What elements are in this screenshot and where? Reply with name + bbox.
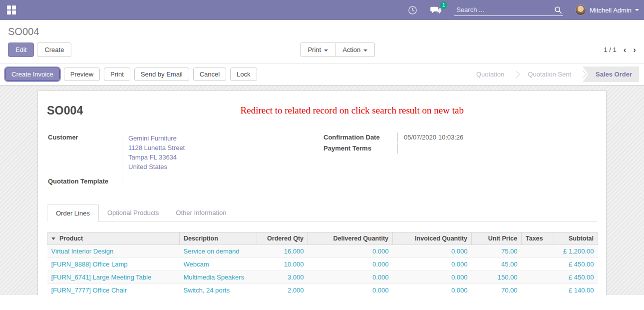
action-dropdown-button[interactable]: Action — [335, 42, 375, 57]
customer-value: Gemini Furniture 1128 Lunetta Street Tam… — [122, 132, 322, 172]
cell-delivered-qty[interactable]: 0.000 — [308, 245, 393, 258]
user-menu[interactable]: Mitchell Admin — [575, 4, 639, 16]
form-sheet: SO004 Redirect to related record on clic… — [37, 90, 607, 295]
activities-clock-icon[interactable] — [408, 6, 417, 15]
message-count-badge: 1 — [440, 2, 447, 9]
cell-invoiced-qty[interactable]: 0.000 — [393, 245, 472, 258]
edit-button[interactable]: Edit — [8, 42, 34, 57]
cell-description[interactable]: Webcam — [180, 258, 257, 271]
breadcrumb[interactable]: SO004 — [8, 26, 636, 38]
lock-button[interactable]: Lock — [230, 68, 257, 81]
col-header-taxes[interactable]: Taxes — [522, 232, 554, 245]
user-name: Mitchell Admin — [590, 6, 632, 14]
top-navbar: 1 Mitchell Admin — [0, 0, 644, 20]
col-header-delivered-qty[interactable]: Delivered Quantity — [308, 232, 393, 245]
print-dropdown-button[interactable]: Print — [300, 42, 335, 57]
tab-order-lines[interactable]: Order Lines — [47, 204, 99, 222]
apps-menu-icon[interactable] — [7, 6, 16, 15]
cell-taxes[interactable] — [522, 258, 554, 271]
chevron-down-icon — [324, 50, 328, 52]
pager-previous-icon[interactable]: ‹ — [624, 46, 627, 54]
cell-unit-price[interactable]: 70.00 — [472, 284, 522, 296]
quotation-template-value — [122, 176, 322, 186]
table-row[interactable]: [FURN_7777] Office Chair Switch, 24 port… — [47, 284, 598, 296]
print-button[interactable]: Print — [104, 68, 130, 81]
confirmation-date-label: Confirmation Date — [322, 132, 397, 142]
status-steps: Quotation Quotation Sent Sales Order — [464, 66, 639, 82]
cell-subtotal[interactable]: £ 1,200.00 — [554, 245, 598, 258]
cell-description[interactable]: Switch, 24 ports — [180, 284, 257, 296]
status-step-sales-order[interactable]: Sales Order — [583, 66, 639, 82]
cell-ordered-qty[interactable]: 3.000 — [257, 271, 308, 284]
col-header-unit-price[interactable]: Unit Price — [472, 232, 522, 245]
cell-taxes[interactable] — [522, 284, 554, 296]
pager-next-icon[interactable]: › — [633, 46, 636, 54]
cell-subtotal[interactable]: £ 450.00 — [554, 258, 598, 271]
cell-description[interactable]: Multimedia Speakers — [180, 271, 257, 284]
cell-invoiced-qty[interactable]: 0.000 — [393, 284, 472, 296]
table-row[interactable]: Virtual Interior Design Service on deman… — [47, 245, 598, 258]
customer-street: 1128 Lunetta Street — [128, 143, 322, 152]
search-input[interactable] — [455, 6, 554, 14]
customer-city: Tampa FL 33634 — [128, 152, 322, 162]
cell-ordered-qty[interactable]: 10.000 — [257, 258, 308, 271]
cell-taxes[interactable] — [522, 271, 554, 284]
record-title: SO004 — [47, 104, 83, 118]
table-row[interactable]: [FURN_6741] Large Meeting Table Multimed… — [47, 271, 598, 284]
cell-delivered-qty[interactable]: 0.000 — [308, 258, 393, 271]
payment-terms-value — [397, 144, 597, 154]
cell-product[interactable]: [FURN_7777] Office Chair — [47, 284, 180, 296]
cell-product[interactable]: [FURN_6741] Large Meeting Table — [47, 271, 180, 284]
col-header-product[interactable]: Product — [47, 232, 180, 245]
cell-ordered-qty[interactable]: 16.000 — [257, 245, 308, 258]
cell-delivered-qty[interactable]: 0.000 — [308, 284, 393, 296]
cancel-button[interactable]: Cancel — [193, 68, 226, 81]
send-by-email-button[interactable]: Send by Email — [134, 68, 189, 81]
cell-invoiced-qty[interactable]: 0.000 — [393, 258, 472, 271]
customer-name-link[interactable]: Gemini Furniture — [128, 134, 322, 143]
cell-product[interactable]: [FURN_8888] Office Lamp — [47, 258, 180, 271]
status-step-quotation-sent[interactable]: Quotation Sent — [516, 66, 583, 82]
pager: 1 / 1 ‹ › — [604, 46, 636, 54]
cell-unit-price[interactable]: 75.00 — [472, 245, 522, 258]
search-icon[interactable] — [554, 6, 562, 14]
cell-unit-price[interactable]: 150.00 — [472, 271, 522, 284]
cell-invoiced-qty[interactable]: 0.000 — [393, 271, 472, 284]
confirmation-date-value: 05/07/2020 10:03:26 — [397, 132, 597, 142]
cell-subtotal[interactable]: £ 450.00 — [554, 271, 598, 284]
create-invoice-button[interactable]: Create Invoice — [5, 68, 60, 81]
user-avatar — [575, 4, 586, 16]
cell-product[interactable]: Virtual Interior Design — [47, 245, 180, 258]
status-step-quotation[interactable]: Quotation — [464, 66, 516, 82]
chevron-down-icon — [635, 9, 639, 11]
tab-other-information[interactable]: Other Information — [167, 204, 235, 222]
col-header-description[interactable]: Description — [180, 232, 257, 245]
control-panel: SO004 Edit Create Print Action 1 / 1 ‹ › — [0, 20, 644, 63]
preview-button[interactable]: Preview — [64, 68, 100, 81]
col-header-subtotal[interactable]: Subtotal — [554, 232, 598, 245]
global-search — [454, 4, 563, 16]
customer-label: Customer — [47, 132, 122, 172]
quotation-template-label: Quotation Template — [47, 176, 122, 186]
payment-terms-label: Payment Terms — [322, 144, 397, 154]
tab-optional-products[interactable]: Optional Products — [99, 204, 167, 222]
cell-unit-price[interactable]: 45.00 — [472, 258, 522, 271]
create-button[interactable]: Create — [37, 42, 71, 57]
order-lines-table: Product Description Ordered Qty Delivere… — [47, 232, 598, 295]
sort-caret-icon — [51, 238, 55, 240]
cell-ordered-qty[interactable]: 2.000 — [257, 284, 308, 296]
cell-subtotal[interactable]: £ 140.00 — [554, 284, 598, 296]
chevron-down-icon — [363, 50, 367, 52]
col-header-ordered-qty[interactable]: Ordered Qty — [257, 232, 308, 245]
cell-taxes[interactable] — [522, 245, 554, 258]
customer-country: United States — [128, 162, 322, 172]
messages-icon[interactable]: 1 — [430, 6, 441, 14]
form-view-background: SO004 Redirect to related record on clic… — [0, 86, 644, 295]
table-row[interactable]: [FURN_8888] Office Lamp Webcam 10.000 0.… — [47, 258, 598, 271]
cell-description[interactable]: Service on demand — [180, 245, 257, 258]
annotation-text: Redirect to related record on click sear… — [241, 105, 464, 116]
notebook-tabs: Order Lines Optional Products Other Info… — [47, 204, 597, 222]
statusbar: Create Invoice Preview Print Send by Ema… — [0, 63, 644, 86]
cell-delivered-qty[interactable]: 0.000 — [308, 271, 393, 284]
col-header-invoiced-qty[interactable]: Invoiced Quantity — [393, 232, 472, 245]
